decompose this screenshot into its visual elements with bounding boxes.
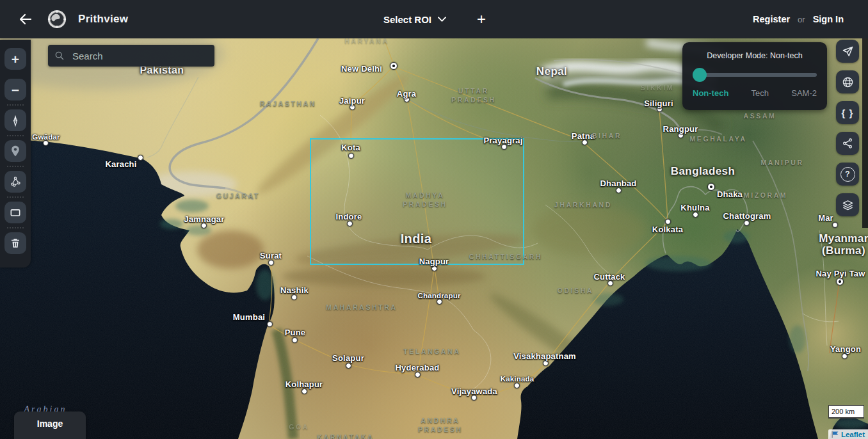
mode-option-sam2[interactable]: SAM-2 <box>791 88 817 98</box>
topbar: Prithview Select ROI + Register or Sign … <box>0 0 868 38</box>
scale-control: 200 km <box>828 405 864 419</box>
zoom-in-button[interactable]: + <box>4 48 26 70</box>
mode-slider-knob[interactable] <box>693 68 707 82</box>
layers-button[interactable] <box>836 193 859 216</box>
toolbar-separator <box>7 135 24 136</box>
add-roi-button[interactable]: + <box>474 12 488 27</box>
trash-icon <box>10 237 21 249</box>
polygon-icon <box>9 175 22 188</box>
topbar-center: Select ROI + <box>380 0 488 38</box>
marker-pin-icon <box>9 145 22 157</box>
search-input[interactable] <box>71 50 208 62</box>
toolbar-separator <box>7 227 24 228</box>
layers-icon <box>842 199 854 211</box>
rectangle-icon <box>9 206 22 219</box>
topbar-right: Register or Sign In <box>753 14 868 24</box>
right-edge-strip <box>862 38 868 228</box>
polygon-draw-button[interactable] <box>4 171 26 193</box>
mode-option-nontech[interactable]: Non-tech <box>693 88 728 98</box>
roi-rectangle[interactable] <box>310 139 524 264</box>
back-arrow-icon <box>18 12 33 27</box>
left-toolbar: + − <box>0 40 31 267</box>
mode-slider-track[interactable] <box>693 73 817 77</box>
braces-icon: { } <box>842 108 854 118</box>
plus-icon: + <box>12 52 19 66</box>
globe-icon <box>842 76 854 88</box>
mode-slider <box>693 68 817 82</box>
zoom-out-button[interactable]: − <box>4 79 26 100</box>
locate-arrow-icon <box>842 45 854 58</box>
register-link[interactable]: Register <box>753 14 790 24</box>
globe-button[interactable] <box>836 70 859 93</box>
delete-button[interactable] <box>4 232 26 254</box>
signin-link[interactable]: Sign In <box>813 14 844 24</box>
app-logo-globe-icon <box>47 10 67 29</box>
select-roi-dropdown[interactable]: Select ROI <box>380 13 450 26</box>
leaflet-flag-icon <box>832 431 839 438</box>
marker-button[interactable] <box>4 140 26 162</box>
compass-icon <box>9 114 22 127</box>
app-root: Prithview Select ROI + Register or Sign … <box>0 0 868 439</box>
help-button[interactable]: ? <box>836 163 859 186</box>
rectangle-draw-button[interactable] <box>4 202 26 223</box>
or-text: or <box>798 15 805 24</box>
image-button[interactable]: Image <box>14 411 86 439</box>
back-button[interactable] <box>15 9 36 29</box>
toolbar-separator <box>7 196 24 198</box>
mode-option-tech[interactable]: Tech <box>751 88 769 98</box>
search-icon <box>54 51 65 61</box>
mode-options: Non-tech Tech SAM-2 <box>693 88 817 98</box>
toolbar-separator <box>7 104 24 106</box>
locate-button[interactable] <box>836 40 859 63</box>
share-icon <box>842 138 853 149</box>
compass-button[interactable] <box>4 109 26 131</box>
help-icon: ? <box>840 167 855 182</box>
leaflet-link[interactable]: Leaflet <box>841 431 865 438</box>
app-title: Prithview <box>78 13 128 26</box>
right-toolbar: { } ? <box>836 40 859 216</box>
topbar-left: Prithview <box>0 9 128 29</box>
developer-mode-title: Developer Mode: Non-tech <box>693 51 817 60</box>
developer-mode-panel: Developer Mode: Non-tech Non-tech Tech S… <box>682 42 827 110</box>
select-roi-label: Select ROI <box>383 14 431 25</box>
toolbar-separator <box>7 166 24 167</box>
minus-icon: − <box>12 83 19 97</box>
map-attribution: Leaflet <box>828 429 868 439</box>
search-box[interactable] <box>48 45 214 67</box>
chevron-down-icon <box>438 17 446 22</box>
code-button[interactable]: { } <box>836 101 859 124</box>
map-canvas[interactable]: New DelhiJaipurAgraKotaPrayagrajPatnaSil… <box>0 38 868 439</box>
share-button[interactable] <box>836 132 859 155</box>
